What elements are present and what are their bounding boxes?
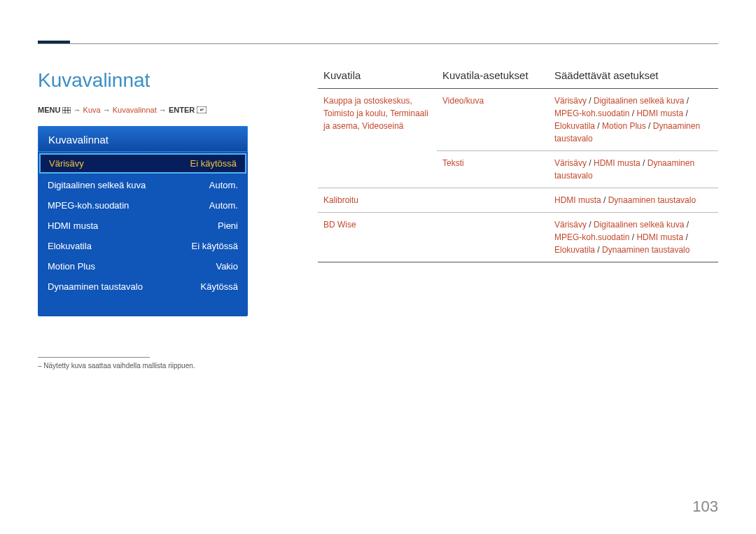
breadcrumb: MENU → Kuva → Kuvavalinnat → ENTER xyxy=(38,106,248,115)
separator: / xyxy=(684,96,689,106)
setting-name: MPEG-koh.suodatin xyxy=(554,108,629,118)
enter-icon xyxy=(197,106,206,115)
breadcrumb-arrow: → xyxy=(159,106,167,114)
separator: / xyxy=(629,108,636,118)
table-cell-saadettavat: HDMI musta / Dynaaminen taustavalo xyxy=(549,188,718,213)
page-title: Kuvavalinnat xyxy=(38,69,248,92)
setting-name: MPEG-koh.suodatin xyxy=(554,232,629,242)
table-cell-kuvatila: Kalibroitu xyxy=(318,188,437,213)
separator: / xyxy=(595,121,602,131)
menu-row-value: Käytössä xyxy=(201,281,238,292)
table-cell-asetukset xyxy=(437,213,549,262)
table-header-kuvatila: Kuvatila xyxy=(318,69,437,89)
menu-row-label: Elokuvatila xyxy=(48,241,92,251)
menu-row[interactable]: MPEG-koh.suodatinAutom. xyxy=(38,195,248,216)
menu-row-label: MPEG-koh.suodatin xyxy=(48,200,129,211)
table-cell-asetukset xyxy=(437,188,549,213)
table-row: Kauppa ja ostoskeskus, Toimisto ja koulu… xyxy=(318,89,718,151)
table-cell-saadettavat: Värisävy / Digitaalinen selkeä kuva / MP… xyxy=(549,89,718,151)
table-header-saadettavat: Säädettävät asetukset xyxy=(549,69,718,89)
breadcrumb-path1: Kuva xyxy=(83,106,101,114)
menu-panel: Kuvavalinnat VärisävyEi käytössäDigitaal… xyxy=(38,126,248,316)
separator: / xyxy=(595,245,602,255)
separator: / xyxy=(629,232,636,242)
left-column: Kuvavalinnat MENU → Kuva → Kuvavalinnat … xyxy=(38,69,248,370)
page-container: Kuvavalinnat MENU → Kuva → Kuvavalinnat … xyxy=(0,0,756,398)
menu-row-label: Dynaaminen taustavalo xyxy=(48,281,143,292)
top-rule xyxy=(38,43,718,44)
setting-name: HDMI musta xyxy=(554,195,601,205)
menu-row[interactable]: Digitaalinen selkeä kuvaAutom. xyxy=(38,175,248,195)
setting-name: Digitaalinen selkeä kuva xyxy=(594,96,684,106)
separator: / xyxy=(684,220,689,230)
setting-name: HDMI musta xyxy=(636,108,683,118)
footnote: – Näytetty kuva saattaa vaihdella mallis… xyxy=(38,362,248,370)
menu-row[interactable]: Motion PlusVakio xyxy=(38,256,248,276)
table-header-kuvatila-asetukset: Kuvatila-asetukset xyxy=(437,69,549,89)
table-cell-saadettavat: Värisävy / HDMI musta / Dynaaminen taust… xyxy=(549,151,718,188)
menu-row-value: Pieni xyxy=(218,220,238,231)
setting-name: Värisävy xyxy=(554,220,587,230)
menu-row[interactable]: Dynaaminen taustavaloKäytössä xyxy=(38,276,248,297)
menu-row-value: Autom. xyxy=(209,200,238,211)
separator: / xyxy=(601,195,608,205)
setting-name: Värisävy xyxy=(554,158,587,168)
table-cell-kuvatila: BD Wise xyxy=(318,213,437,262)
menu-row-label: Digitaalinen selkeä kuva xyxy=(48,180,146,190)
menu-grid-icon xyxy=(62,106,71,115)
breadcrumb-arrow: → xyxy=(103,106,111,114)
separator: / xyxy=(646,121,653,131)
setting-name: Digitaalinen selkeä kuva xyxy=(594,220,684,230)
setting-name: HDMI musta xyxy=(594,158,640,168)
table-cell-saadettavat: Värisävy / Digitaalinen selkeä kuva / MP… xyxy=(549,213,718,262)
setting-name: Elokuvatila xyxy=(554,121,595,131)
page-number: 103 xyxy=(692,498,718,516)
breadcrumb-path2: Kuvavalinnat xyxy=(113,106,157,114)
separator: / xyxy=(683,232,688,242)
setting-name: Dynaaminen taustavalo xyxy=(608,195,696,205)
settings-table: Kuvatila Kuvatila-asetukset Säädettävät … xyxy=(318,69,718,262)
table-cell-asetukset: Video/kuva xyxy=(437,89,549,151)
menu-row-label: HDMI musta xyxy=(48,220,98,231)
right-column: Kuvatila Kuvatila-asetukset Säädettävät … xyxy=(318,69,718,370)
table-row: KalibroituHDMI musta / Dynaaminen tausta… xyxy=(318,188,718,213)
menu-row-value: Autom. xyxy=(209,180,238,190)
setting-name: Elokuvatila xyxy=(554,245,595,255)
breadcrumb-arrow: → xyxy=(74,106,81,114)
footnote-rule xyxy=(38,357,150,358)
table-cell-asetukset: Teksti xyxy=(437,151,549,188)
setting-name: HDMI musta xyxy=(636,232,683,242)
menu-row[interactable]: ElokuvatilaEi käytössä xyxy=(38,236,248,256)
menu-row-label: Värisävy xyxy=(49,158,84,169)
setting-name: Motion Plus xyxy=(602,121,646,131)
menu-panel-header: Kuvavalinnat xyxy=(38,126,248,152)
table-row: BD WiseVärisävy / Digitaalinen selkeä ku… xyxy=(318,213,718,262)
setting-name: Värisävy xyxy=(554,96,587,106)
separator: / xyxy=(587,158,594,168)
table-cell-kuvatila: Kauppa ja ostoskeskus, Toimisto ja koulu… xyxy=(318,89,437,188)
setting-name: Dynaaminen taustavalo xyxy=(602,245,690,255)
menu-row-value: Vakio xyxy=(216,261,238,272)
menu-row-label: Motion Plus xyxy=(48,261,95,272)
menu-row[interactable]: VärisävyEi käytössä xyxy=(39,153,246,174)
menu-row-value: Ei käytössä xyxy=(192,241,238,251)
separator: / xyxy=(587,96,594,106)
separator: / xyxy=(587,220,594,230)
breadcrumb-menu: MENU xyxy=(38,106,60,114)
separator: / xyxy=(640,158,648,168)
separator: / xyxy=(683,108,688,118)
menu-row-value: Ei käytössä xyxy=(190,158,237,169)
breadcrumb-enter: ENTER xyxy=(169,106,195,114)
menu-row[interactable]: HDMI mustaPieni xyxy=(38,216,248,236)
